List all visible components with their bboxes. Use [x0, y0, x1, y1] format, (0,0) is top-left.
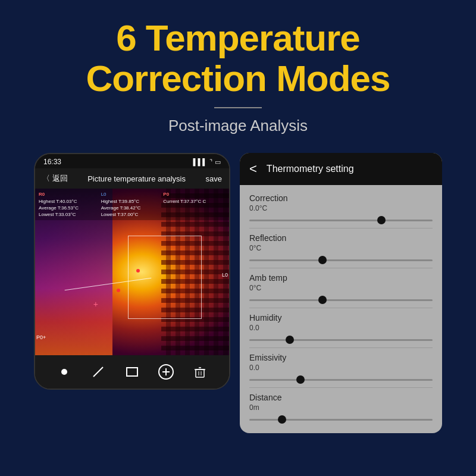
setting-value-humidity: 0.0: [249, 324, 433, 332]
r0-average: Average T:36.53°C: [39, 205, 101, 211]
p0-info: P0 Current T:37.37°C C: [163, 191, 226, 218]
panel-right: < Thermometry setting Correction0.0°CRef…: [240, 153, 442, 433]
setting-label-emissivity: Emissivity: [249, 353, 433, 362]
setting-label-reflection: Reflection: [249, 233, 433, 243]
main-title: 6 Temperature Correction Modes: [86, 18, 390, 99]
slider-thumb-reflection[interactable]: [318, 256, 327, 264]
setting-item-emissivity: Emissivity0.0: [249, 353, 433, 388]
panel-title: Thermometry setting: [267, 164, 354, 174]
slider-correction[interactable]: [249, 215, 433, 226]
slider-track-emissivity: [249, 379, 433, 381]
svg-line-1: [93, 367, 103, 377]
svg-rect-2: [127, 368, 137, 376]
panel-header: < Thermometry setting: [240, 153, 442, 185]
slider-thumb-amb_temp[interactable]: [318, 296, 327, 304]
slider-track-distance: [249, 419, 433, 421]
setting-label-correction: Correction: [249, 193, 433, 203]
rect-tool-button[interactable]: [121, 361, 143, 383]
crosshair-plus: +: [93, 299, 98, 309]
slider-reflection[interactable]: [249, 255, 433, 265]
setting-value-reflection: 0°C: [249, 244, 433, 252]
phones-container: 16:33 ▌▌▌ ⌝ ▭ 〈 返回 Picture temperature a…: [0, 153, 476, 433]
add-tool-button[interactable]: [155, 361, 177, 383]
p0-tag: P0: [163, 192, 169, 197]
setting-label-distance: Distance: [249, 393, 433, 402]
l0-info: L0 Highest T:39.85°C Average T:38.42°C L…: [101, 191, 164, 218]
setting-divider: [249, 268, 433, 268]
panel-back-button[interactable]: <: [249, 161, 257, 177]
l0-tag: L0: [101, 192, 107, 197]
slider-humidity[interactable]: [249, 334, 433, 345]
r0-tag: R0: [39, 192, 45, 197]
nav-save-button[interactable]: save: [206, 174, 222, 183]
slider-track-correction: [249, 220, 433, 221]
battery-icon: ▭: [215, 158, 221, 166]
setting-divider: [249, 387, 433, 388]
l0-label: L0: [222, 272, 228, 278]
nav-bar: 〈 返回 Picture temperature analysis save: [35, 168, 229, 189]
setting-label-humidity: Humidity: [249, 313, 433, 322]
setting-item-distance: Distance0m: [249, 393, 433, 425]
thermal-dot-1: [136, 269, 140, 273]
title-line2: Correction Modes: [86, 58, 390, 99]
dot-tool-button[interactable]: [54, 361, 75, 383]
status-icons: ▌▌▌ ⌝ ▭: [193, 158, 221, 166]
svg-point-0: [61, 369, 67, 375]
roi-box: [128, 236, 202, 319]
l0-average: Average T:38.42°C: [101, 205, 164, 211]
slider-amb_temp[interactable]: [249, 295, 433, 305]
l0-lowest: Lowest T:37.00°C: [101, 211, 164, 218]
p0-current: Current T:37.37°C C: [163, 198, 226, 205]
setting-item-correction: Correction0.0°C: [249, 193, 433, 228]
line-tool-button[interactable]: [87, 361, 109, 383]
thermal-info-bar: R0 Highest T:40.03°C Average T:36.53°C L…: [35, 189, 229, 220]
setting-value-amb_temp: 0°C: [249, 284, 433, 292]
slider-thumb-emissivity[interactable]: [296, 375, 305, 384]
r0-info: R0 Highest T:40.03°C Average T:36.53°C L…: [39, 191, 101, 218]
setting-item-amb_temp: Amb temp0°C: [249, 273, 433, 308]
slider-thumb-distance[interactable]: [278, 415, 286, 424]
header-section: 6 Temperature Correction Modes Post-imag…: [74, 0, 402, 153]
slider-thumb-humidity[interactable]: [286, 336, 294, 344]
r0-highest: Highest T:40.03°C: [39, 198, 101, 205]
nav-title: Picture temperature analysis: [73, 174, 201, 183]
setting-item-reflection: Reflection0°C: [249, 233, 433, 268]
setting-divider: [249, 308, 433, 308]
phone-left: 16:33 ▌▌▌ ⌝ ▭ 〈 返回 Picture temperature a…: [34, 153, 230, 390]
title-line1: 6 Temperature: [116, 17, 360, 58]
status-bar: 16:33 ▌▌▌ ⌝ ▭: [35, 154, 229, 168]
p0-label: P0+: [36, 334, 46, 340]
slider-track-humidity: [249, 339, 433, 341]
setting-divider: [249, 347, 433, 348]
wifi-icon: ⌝: [209, 158, 212, 166]
delete-tool-button[interactable]: [189, 361, 211, 383]
r0-lowest: Lowest T:33.03°C: [39, 211, 101, 218]
slider-thumb-correction[interactable]: [377, 216, 386, 224]
setting-divider: [249, 228, 433, 228]
thermal-image: R0 Highest T:40.03°C Average T:36.53°C L…: [35, 189, 229, 355]
bottom-toolbar: [35, 355, 229, 389]
svg-rect-6: [196, 369, 204, 377]
signal-icon: ▌▌▌: [193, 158, 207, 165]
settings-list: Correction0.0°CReflection0°CAmb temp0°CH…: [240, 185, 442, 433]
divider: [214, 107, 262, 108]
subtitle: Post-image Analysis: [86, 117, 390, 135]
setting-label-amb_temp: Amb temp: [249, 273, 433, 283]
slider-emissivity[interactable]: [249, 374, 433, 385]
nav-back-button[interactable]: 〈 返回: [42, 173, 68, 184]
setting-value-emissivity: 0.0: [249, 364, 433, 372]
l0-highest: Highest T:39.85°C: [101, 198, 164, 205]
setting-value-correction: 0.0°C: [249, 204, 433, 212]
time: 16:33: [43, 158, 61, 166]
slider-distance[interactable]: [249, 414, 433, 425]
slider-track-reflection: [249, 259, 433, 261]
setting-value-distance: 0m: [249, 403, 433, 412]
setting-item-humidity: Humidity0.0: [249, 313, 433, 348]
slider-track-amb_temp: [249, 299, 433, 301]
